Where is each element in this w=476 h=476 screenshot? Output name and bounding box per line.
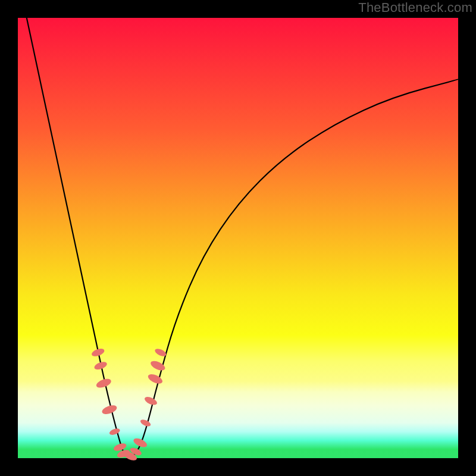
chart-svg — [18, 18, 458, 458]
watermark-text: TheBottleneck.com — [358, 0, 472, 15]
marker-point — [143, 395, 158, 406]
marker-point — [101, 403, 118, 416]
marker-point — [139, 418, 152, 428]
marker-point — [146, 372, 164, 386]
plot-area — [18, 18, 458, 458]
chart-stage: TheBottleneck.com — [0, 0, 476, 476]
marker-layer — [90, 347, 167, 462]
marker-point — [132, 437, 148, 449]
bottleneck-curve — [27, 18, 458, 457]
marker-point — [109, 427, 121, 436]
